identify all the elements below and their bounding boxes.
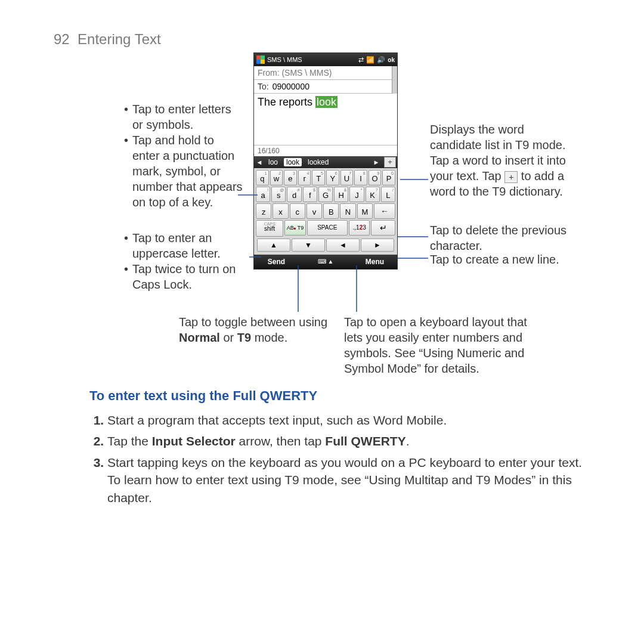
instruction-step: Start a program that accepts text input,… — [107, 411, 584, 429]
section-heading: To enter text using the Full QWERTY — [89, 388, 317, 404]
callout-lines — [0, 0, 644, 644]
instruction-step: Tap the Input Selector arrow, then tap F… — [107, 432, 584, 450]
instructions-list: Start a program that accepts text input,… — [89, 407, 584, 510]
instruction-step: Start tapping keys on the keyboard as yo… — [107, 454, 584, 506]
